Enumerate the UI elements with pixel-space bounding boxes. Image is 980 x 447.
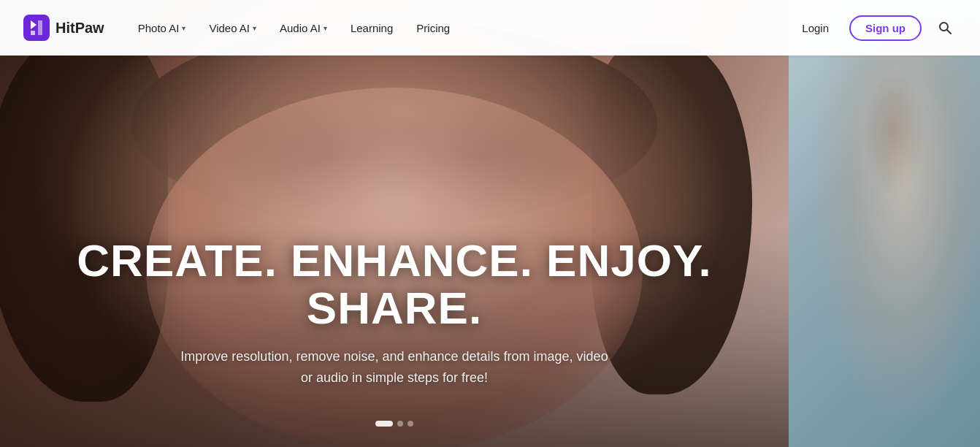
chevron-down-icon: ▾ bbox=[253, 24, 256, 32]
hitpaw-logo-icon bbox=[23, 15, 50, 41]
hero-section: CREATE. ENHANCE. ENJOY. SHARE. Improve r… bbox=[0, 0, 789, 447]
search-button[interactable] bbox=[933, 16, 957, 39]
nav-label-learning: Learning bbox=[351, 22, 393, 34]
hero-right-panel bbox=[789, 0, 980, 447]
logo[interactable]: HitPaw bbox=[23, 15, 104, 41]
pagination-dot-2[interactable] bbox=[397, 421, 403, 427]
search-icon bbox=[938, 20, 952, 35]
nav-label-audio-ai: Audio AI bbox=[280, 22, 321, 34]
nav-item-pricing[interactable]: Pricing bbox=[406, 16, 460, 40]
login-button[interactable]: Login bbox=[793, 16, 838, 40]
navbar: HitPaw Photo AI ▾ Video AI ▾ Audio AI ▾ … bbox=[0, 0, 980, 56]
hero-content: CREATE. ENHANCE. ENJOY. SHARE. Improve r… bbox=[0, 237, 789, 389]
svg-line-2 bbox=[947, 30, 951, 34]
nav-label-photo-ai: Photo AI bbox=[138, 22, 180, 34]
nav-label-pricing: Pricing bbox=[416, 22, 450, 34]
pagination-dot-3[interactable] bbox=[407, 421, 413, 427]
hero-pagination bbox=[375, 421, 413, 427]
nav-label-video-ai: Video AI bbox=[209, 22, 250, 34]
hero-headline: CREATE. ENHANCE. ENJOY. SHARE. bbox=[58, 237, 730, 332]
nav-links: Photo AI ▾ Video AI ▾ Audio AI ▾ Learnin… bbox=[128, 16, 794, 40]
hero-right-image bbox=[789, 0, 980, 447]
chevron-down-icon: ▾ bbox=[324, 24, 327, 32]
nav-actions: Login Sign up bbox=[793, 15, 957, 41]
signup-button[interactable]: Sign up bbox=[849, 15, 922, 41]
brand-name: HitPaw bbox=[55, 20, 104, 37]
pagination-dot-1[interactable] bbox=[375, 421, 393, 427]
nav-item-video-ai[interactable]: Video AI ▾ bbox=[199, 16, 267, 40]
nav-item-learning[interactable]: Learning bbox=[340, 16, 403, 40]
nav-item-photo-ai[interactable]: Photo AI ▾ bbox=[128, 16, 196, 40]
svg-rect-0 bbox=[23, 15, 50, 41]
chevron-down-icon: ▾ bbox=[182, 24, 185, 32]
nav-item-audio-ai[interactable]: Audio AI ▾ bbox=[269, 16, 337, 40]
hero-subtext: Improve resolution, remove noise, and en… bbox=[175, 346, 613, 389]
